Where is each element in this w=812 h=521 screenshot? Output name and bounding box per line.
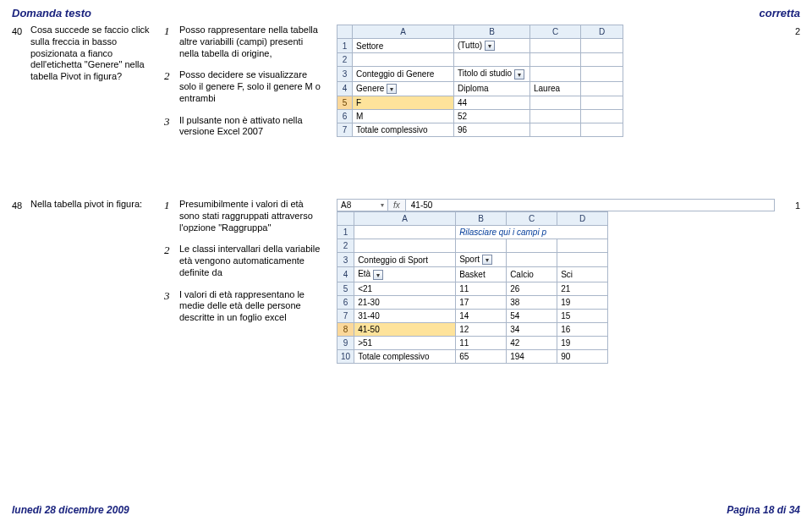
pivot-col-field: Titolo di studio xyxy=(458,69,512,78)
cell: F xyxy=(353,96,454,110)
option-num: 3 xyxy=(164,289,179,324)
option-num: 3 xyxy=(164,115,179,139)
option-num: 2 xyxy=(164,244,179,278)
question-48: 48 Nella tabella pivot in figura: 1 Pres… xyxy=(12,199,800,364)
cell: 19 xyxy=(557,336,608,349)
rowhead: 4 xyxy=(337,267,354,282)
pivot-table-q40: A B C D 1 Settore (Tutto)▾ 2 3 C xyxy=(337,25,623,137)
formula-value[interactable]: 41-50 xyxy=(406,200,774,211)
name-box[interactable]: A8 ▾ xyxy=(337,200,388,211)
cell xyxy=(353,53,454,67)
cell: 14 xyxy=(456,309,507,322)
options: 1 Presumibilmente i valori di età sono s… xyxy=(164,199,333,334)
cell xyxy=(530,110,581,123)
pivot-row-field: Genere xyxy=(356,84,384,93)
cell xyxy=(581,123,623,137)
header-left: Domanda testo xyxy=(12,7,91,19)
cell: M xyxy=(353,110,454,123)
formula-bar: A8 ▾ fx 41-50 xyxy=(337,199,775,211)
dropdown-icon[interactable]: ▾ xyxy=(482,255,492,265)
cell: 34 xyxy=(507,322,557,336)
cell: Genere▾ xyxy=(353,81,454,96)
option-1: 1 Presumibilmente i valori di età sono s… xyxy=(164,199,323,233)
option-2: 2 Posso decidere se visualizzare solo il… xyxy=(164,69,323,104)
cell: 41-50 xyxy=(354,322,456,336)
cell: Conteggio di Genere xyxy=(353,67,454,81)
cell xyxy=(581,39,623,53)
cell: 19 xyxy=(557,295,608,309)
cell: 38 xyxy=(507,295,557,309)
cell xyxy=(530,53,581,67)
cell xyxy=(456,239,507,253)
question-number: 48 xyxy=(12,199,30,211)
rowhead: 10 xyxy=(337,349,354,363)
dropdown-icon[interactable]: ▾ xyxy=(514,69,524,80)
col-b: B xyxy=(456,212,507,226)
dropdown-icon[interactable]: ▾ xyxy=(485,41,495,51)
cell: 52 xyxy=(454,110,530,123)
cell: Diploma xyxy=(454,81,530,96)
rowhead: 1 xyxy=(337,39,353,53)
cell: 12 xyxy=(456,322,507,336)
cell: Conteggio di Sport xyxy=(354,253,456,267)
cell xyxy=(530,39,581,53)
cell xyxy=(530,123,581,137)
cell: <21 xyxy=(354,282,456,295)
cell: 31-40 xyxy=(354,309,456,322)
options: 1 Posso rappresentare nella tabella altr… xyxy=(164,25,333,148)
rowhead: 7 xyxy=(337,309,354,322)
rowhead: 1 xyxy=(337,226,354,239)
pivot-page-value: (Tutto) xyxy=(458,41,482,50)
col-a: A xyxy=(354,212,456,226)
option-text: Presumibilmente i valori di età sono sta… xyxy=(179,199,323,233)
cell: 42 xyxy=(507,336,557,349)
cell xyxy=(530,96,581,110)
cell: 17 xyxy=(456,295,507,309)
cell xyxy=(354,239,456,253)
dropdown-icon[interactable]: ▾ xyxy=(387,84,397,94)
question-number: 40 xyxy=(12,25,30,36)
cell: 11 xyxy=(456,336,507,349)
cell xyxy=(507,239,557,253)
col-b: B xyxy=(454,25,530,39)
cell: Età▾ xyxy=(354,267,456,282)
cell: 194 xyxy=(507,349,557,363)
cell: 90 xyxy=(557,349,608,363)
option-num: 1 xyxy=(164,25,179,59)
cell xyxy=(581,53,623,67)
header-right: corretta xyxy=(760,7,800,19)
cell: 54 xyxy=(507,309,557,322)
pivot-row-field: Età xyxy=(358,269,370,278)
cell: Basket xyxy=(456,267,507,282)
cell: 65 xyxy=(456,349,507,363)
option-num: 2 xyxy=(164,69,179,104)
question-40: 40 Cosa succede se faccio click sulla fr… xyxy=(12,25,800,148)
option-1: 1 Posso rappresentare nella tabella altr… xyxy=(164,25,323,59)
cell: 96 xyxy=(454,123,530,137)
pivot-col-field: Sport xyxy=(459,255,480,264)
question-text: Cosa succede se faccio click sulla frecc… xyxy=(30,25,164,83)
rowhead: 8 xyxy=(337,322,354,336)
cell: Totale complessivo xyxy=(354,349,456,363)
dropdown-icon[interactable]: ▾ xyxy=(373,270,383,280)
cell xyxy=(581,96,623,110)
correct-answer: 1 xyxy=(775,199,800,211)
option-text: Le classi intervallari della variabile e… xyxy=(179,244,323,278)
cell: 21 xyxy=(557,282,608,295)
cell xyxy=(454,53,530,67)
cell: (Tutto)▾ xyxy=(454,39,530,53)
drop-hint: Rilasciare qui i campi p xyxy=(456,226,608,239)
cell: Settore xyxy=(353,39,454,53)
cell xyxy=(581,110,623,123)
cell: 21-30 xyxy=(354,295,456,309)
cell: Sport▾ xyxy=(456,253,507,267)
option-3: 3 Il pulsante non è attivato nella versi… xyxy=(164,115,323,139)
option-num: 1 xyxy=(164,199,179,233)
rowhead: 7 xyxy=(337,123,353,137)
rowhead: 6 xyxy=(337,295,354,309)
cell xyxy=(557,253,608,267)
footer-date: lunedì 28 dicembre 2009 xyxy=(12,504,129,516)
pivot-page-field: Settore xyxy=(356,41,383,51)
option-3: 3 I valori di età rappresentano le medie… xyxy=(164,289,323,324)
rowhead: 2 xyxy=(337,239,354,253)
